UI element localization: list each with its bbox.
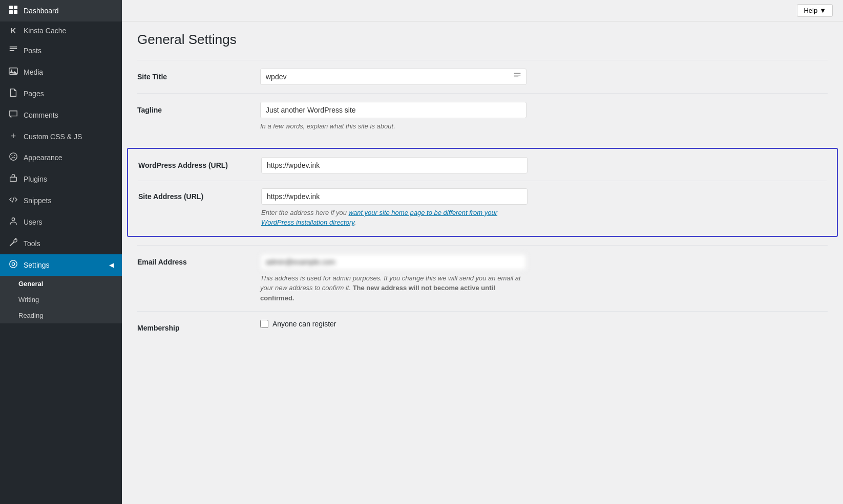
pages-icon	[8, 88, 18, 99]
sidebar-item-appearance-label: Appearance	[24, 154, 62, 162]
users-icon	[8, 216, 18, 228]
sidebar-item-pages-label: Pages	[24, 90, 44, 98]
kinsta-cache-icon: K	[8, 27, 18, 35]
site-title-input-wrapper	[260, 69, 526, 85]
membership-label: Membership	[137, 320, 260, 332]
content-area: General Settings Site Title Tagline In a…	[122, 21, 843, 504]
submenu-item-writing[interactable]: Writing	[0, 292, 122, 308]
settings-arrow-icon: ◀	[109, 261, 114, 269]
sidebar-item-plugins[interactable]: Plugins	[0, 168, 122, 190]
site-address-row: Site Address (URL) Enter the address her…	[138, 181, 827, 228]
tools-icon	[8, 238, 18, 249]
svg-rect-0	[9, 6, 13, 9]
site-title-field	[260, 69, 828, 85]
site-title-row: Site Title	[137, 60, 828, 93]
email-address-field: This address is used for admin purposes.…	[260, 254, 828, 303]
help-button[interactable]: Help ▼	[797, 4, 833, 17]
svg-point-6	[10, 153, 17, 160]
sidebar-item-settings-label: Settings	[24, 261, 50, 269]
dashboard-icon	[8, 5, 18, 16]
svg-rect-1	[14, 6, 17, 9]
site-address-label: Site Address (URL)	[138, 188, 261, 201]
sidebar-item-plugins-label: Plugins	[24, 175, 47, 183]
sidebar-item-kinsta-cache[interactable]: K Kinsta Cache	[0, 21, 122, 40]
custom-css-js-icon: +	[8, 131, 18, 142]
settings-icon	[8, 259, 18, 271]
sidebar-item-settings[interactable]: Settings ◀	[0, 254, 122, 276]
media-icon	[8, 67, 18, 78]
submenu-item-general-label: General	[18, 280, 43, 288]
sidebar-item-posts-label: Posts	[24, 47, 41, 55]
sidebar-item-posts[interactable]: Posts	[0, 40, 122, 61]
svg-rect-9	[10, 177, 17, 181]
sidebar-item-dashboard-label: Dashboard	[24, 7, 59, 15]
tagline-label: Tagline	[137, 102, 260, 114]
sidebar-item-comments[interactable]: Comments	[0, 104, 122, 126]
sidebar-item-custom-css-js[interactable]: + Custom CSS & JS	[0, 126, 122, 147]
plugins-icon	[8, 173, 18, 185]
url-highlighted-section-wrapper: WordPress Address (URL) Site Address (UR…	[137, 140, 828, 245]
tagline-row: Tagline In a few words, explain what thi…	[137, 93, 828, 140]
email-address-input[interactable]	[260, 254, 526, 270]
site-address-field: Enter the address here if you want your …	[261, 188, 827, 228]
wordpress-address-field	[261, 157, 827, 173]
sidebar-item-dashboard[interactable]: Dashboard	[0, 0, 122, 21]
site-title-label: Site Title	[137, 69, 260, 81]
sidebar-item-tools-label: Tools	[24, 239, 40, 248]
page-title: General Settings	[137, 32, 828, 48]
email-address-description: This address is used for admin purposes.…	[260, 273, 526, 303]
svg-point-8	[14, 155, 15, 156]
svg-rect-2	[9, 10, 13, 14]
settings-submenu: General Writing Reading	[0, 276, 122, 323]
topbar: Help ▼	[122, 0, 843, 21]
membership-checkbox-label: Anyone can register	[272, 320, 336, 328]
site-address-desc-prefix: Enter the address here if you	[261, 209, 349, 216]
submenu-item-reading-label: Reading	[18, 312, 43, 319]
sidebar-item-media-label: Media	[24, 68, 43, 76]
help-label: Help	[804, 7, 817, 14]
svg-rect-3	[14, 10, 17, 14]
posts-icon	[8, 45, 18, 56]
help-chevron-icon: ▼	[819, 7, 826, 14]
appearance-icon	[8, 152, 18, 163]
svg-rect-11	[514, 73, 521, 74]
sidebar-item-kinsta-cache-label: Kinsta Cache	[24, 27, 66, 35]
wordpress-address-label: WordPress Address (URL)	[138, 157, 261, 169]
sidebar-item-users[interactable]: Users	[0, 211, 122, 233]
svg-rect-12	[514, 75, 521, 75]
sidebar-item-media[interactable]: Media	[0, 61, 122, 83]
sidebar-item-tools[interactable]: Tools	[0, 233, 122, 254]
svg-point-7	[11, 155, 12, 156]
wordpress-address-row: WordPress Address (URL)	[138, 157, 827, 181]
sidebar-item-snippets[interactable]: Snippets	[0, 190, 122, 211]
snippets-icon	[8, 195, 18, 206]
site-title-input[interactable]	[260, 69, 526, 85]
sidebar-item-comments-label: Comments	[24, 111, 58, 119]
sidebar-item-pages[interactable]: Pages	[0, 83, 122, 104]
membership-row: Membership Anyone can register	[137, 311, 828, 340]
sidebar-item-custom-css-js-label: Custom CSS & JS	[24, 133, 82, 141]
sidebar-item-appearance[interactable]: Appearance	[0, 147, 122, 168]
wordpress-address-input[interactable]	[261, 157, 528, 173]
tagline-input[interactable]	[260, 102, 526, 118]
site-address-input[interactable]	[261, 188, 528, 205]
submenu-item-reading[interactable]: Reading	[0, 308, 122, 323]
submenu-item-writing-label: Writing	[18, 296, 39, 303]
url-highlighted-section: WordPress Address (URL) Site Address (UR…	[127, 148, 838, 237]
main-content: Help ▼ General Settings Site Title Tagli…	[122, 0, 843, 504]
site-address-desc-suffix: .	[354, 218, 356, 226]
sidebar-item-users-label: Users	[24, 218, 43, 226]
svg-point-10	[12, 218, 14, 221]
membership-field: Anyone can register	[260, 320, 828, 328]
sidebar: Dashboard K Kinsta Cache Posts Media Pag…	[0, 0, 122, 504]
membership-checkbox[interactable]	[260, 320, 268, 328]
email-address-label: Email Address	[137, 254, 260, 266]
submenu-item-general[interactable]: General	[0, 276, 122, 292]
tagline-description: In a few words, explain what this site i…	[260, 121, 526, 132]
sidebar-item-snippets-label: Snippets	[24, 196, 51, 205]
email-address-row: Email Address This address is used for a…	[137, 245, 828, 312]
site-address-description: Enter the address here if you want your …	[261, 208, 528, 228]
site-title-field-icon	[513, 72, 521, 82]
comments-icon	[8, 109, 18, 121]
tagline-field: In a few words, explain what this site i…	[260, 102, 828, 132]
